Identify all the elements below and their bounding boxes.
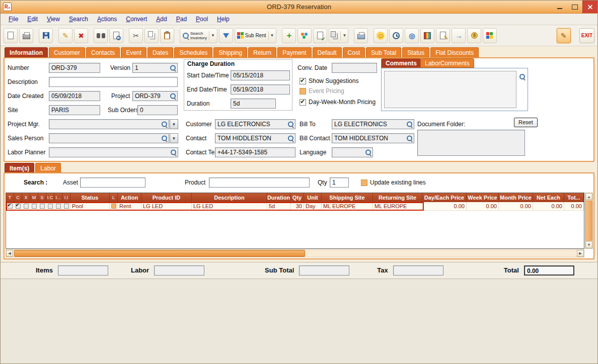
print-button[interactable]: [19, 28, 33, 43]
copy-button[interactable]: [144, 28, 159, 43]
col-l[interactable]: L: [110, 193, 118, 202]
scroll-right-button[interactable]: ▶: [577, 250, 584, 257]
row-l-checkbox[interactable]: [111, 204, 116, 209]
row-i2-checkbox[interactable]: [56, 204, 61, 209]
product-input[interactable]: [209, 177, 310, 188]
tab-customer[interactable]: Customer: [49, 47, 85, 57]
new-button[interactable]: [4, 28, 18, 43]
report-button[interactable]: [354, 28, 368, 43]
close-button[interactable]: [582, 1, 597, 13]
row-t-checkbox[interactable]: [8, 204, 13, 209]
scroll-up-button[interactable]: ▲: [585, 193, 592, 200]
tab-labor[interactable]: Labor: [35, 163, 61, 172]
col-i2[interactable]: I...: [54, 193, 62, 202]
menu-pad[interactable]: Pad: [172, 15, 191, 24]
site-field[interactable]: PARIS: [49, 105, 100, 115]
menu-edit[interactable]: Edit: [23, 15, 42, 24]
col-ic[interactable]: I.C: [46, 193, 54, 202]
number-field[interactable]: ORD-379: [49, 63, 100, 73]
menu-file[interactable]: File: [5, 15, 22, 24]
tab-sub-total[interactable]: Sub Total: [366, 47, 401, 57]
vertical-scrollbar[interactable]: ▲ ▼: [585, 193, 593, 249]
project-mgr-search-icon[interactable]: [161, 121, 168, 128]
tab-dates[interactable]: Dates: [147, 47, 173, 57]
project-field[interactable]: ORD-379: [132, 91, 178, 101]
add-line-button[interactable]: +: [282, 28, 296, 43]
col-month-price[interactable]: Month Price: [499, 193, 533, 202]
col-m[interactable]: M: [30, 193, 38, 202]
transfer-button[interactable]: →: [452, 28, 466, 43]
tab-cost[interactable]: Cost: [343, 47, 365, 57]
end-date-field[interactable]: 05/19/2018: [231, 84, 290, 95]
col-duration[interactable]: Duration: [267, 193, 290, 202]
project-search-icon[interactable]: [170, 93, 176, 100]
scroll-down-button[interactable]: ▼: [585, 241, 592, 248]
sub-rent-button[interactable]: Sub Rent ▼: [235, 28, 277, 43]
sales-person-search-icon[interactable]: [161, 135, 168, 142]
tab-status[interactable]: Status: [402, 47, 429, 57]
reset-button[interactable]: Reset: [514, 118, 538, 127]
show-suggestions-checkbox[interactable]: [300, 78, 306, 84]
sub-rent-dropdown-arrow[interactable]: ▼: [268, 31, 274, 40]
col-c[interactable]: C: [14, 193, 22, 202]
version-search-icon[interactable]: [170, 65, 176, 71]
billing-button[interactable]: [467, 28, 481, 43]
maximize-button[interactable]: [567, 1, 582, 13]
version-field[interactable]: 1: [132, 63, 178, 73]
tab-default[interactable]: Default: [313, 47, 342, 57]
update-existing-checkbox[interactable]: [361, 179, 367, 186]
scroll-left-button[interactable]: ◀: [6, 250, 13, 257]
table-row[interactable]: Pool Rent LG LED LG LED 5d 30 Day ML EUR…: [6, 202, 584, 211]
schedule-button[interactable]: [389, 28, 403, 43]
comments-box[interactable]: [381, 68, 528, 111]
qty-input[interactable]: 1: [330, 177, 349, 188]
description-field[interactable]: [49, 77, 178, 87]
tab-return[interactable]: Return: [248, 47, 276, 57]
menu-actions[interactable]: Actions: [93, 15, 121, 24]
bill-to-search-icon[interactable]: [406, 121, 413, 128]
labor-planner-search-icon[interactable]: [170, 149, 177, 156]
configurator-button[interactable]: [420, 28, 434, 43]
crew-button[interactable]: ☺: [373, 28, 388, 43]
find-button[interactable]: [94, 28, 108, 43]
tab-payment[interactable]: Payment: [277, 47, 311, 57]
col-unit[interactable]: Unit: [304, 193, 322, 202]
tab-shipping[interactable]: Shipping: [213, 47, 247, 57]
row-ic-checkbox[interactable]: [48, 204, 53, 209]
find-document-button[interactable]: [109, 28, 123, 43]
asset-input[interactable]: [80, 177, 145, 188]
col-shipping-site[interactable]: Shipping Site: [322, 193, 373, 202]
col-description[interactable]: Description: [192, 193, 267, 202]
col-week-price[interactable]: Week Price: [467, 193, 499, 202]
sub-orders-field[interactable]: 0: [137, 105, 178, 115]
comments-search-icon[interactable]: [519, 73, 526, 80]
tab-event[interactable]: Event: [121, 47, 146, 57]
bill-contact-field[interactable]: TOM HIDDLESTON: [332, 133, 414, 143]
col-action[interactable]: Action: [118, 193, 141, 202]
menu-search[interactable]: Search: [65, 15, 92, 24]
tab-items[interactable]: Item(s): [5, 163, 34, 172]
menu-convert[interactable]: Convert: [122, 15, 151, 24]
horizontal-scrollbar[interactable]: ◀ ▶: [6, 249, 584, 257]
project-mgr-field[interactable]: [49, 119, 169, 129]
funnel-button[interactable]: [219, 28, 233, 43]
exit-button[interactable]: EXIT: [579, 28, 594, 43]
conv-date-field[interactable]: [332, 63, 377, 73]
col-t[interactable]: T: [6, 193, 14, 202]
tab-flat-discounts[interactable]: Flat Discounts: [430, 47, 479, 57]
tab-information[interactable]: Information: [5, 47, 48, 57]
row-m-checkbox[interactable]: [32, 204, 37, 209]
row-c-checkbox[interactable]: [16, 204, 21, 209]
language-field[interactable]: [332, 147, 373, 157]
search-inventory-dropdown-arrow[interactable]: ▼: [209, 31, 215, 40]
paste-button[interactable]: [160, 28, 174, 43]
media-button[interactable]: ◎: [405, 28, 419, 43]
col-qty[interactable]: Qty: [290, 193, 304, 202]
duration-field[interactable]: 5d: [231, 99, 276, 109]
cut-button[interactable]: ✂: [129, 28, 143, 43]
vertical-scroll-thumb[interactable]: [585, 201, 592, 241]
col-product-id[interactable]: Product ID: [141, 193, 192, 202]
edit-note-button[interactable]: [313, 28, 327, 43]
search-inventory-button[interactable]: SearchInventory ▼: [180, 28, 217, 43]
comments-text-area[interactable]: [384, 71, 516, 108]
